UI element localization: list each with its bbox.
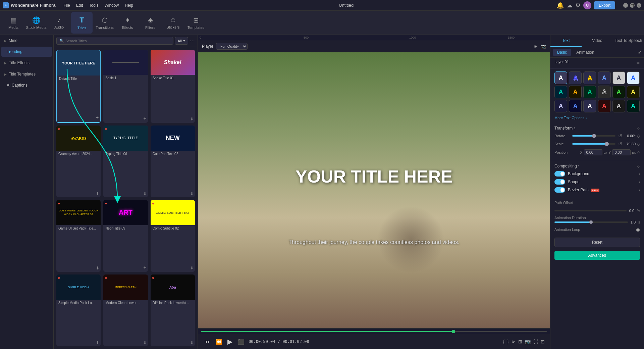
expand-panel-icon[interactable]: ⤢ bbox=[638, 50, 641, 55]
scale-slider-track[interactable] bbox=[572, 143, 615, 145]
title-card-typing[interactable]: TYPING TITLE Typing Title 06 ♥ ⬇ bbox=[103, 126, 148, 197]
notification-icon[interactable]: 🔔 bbox=[556, 2, 564, 9]
more-text-options[interactable]: More Text Options › bbox=[554, 114, 640, 122]
subtab-basic[interactable]: Basic bbox=[553, 49, 571, 56]
close-button[interactable]: × bbox=[637, 3, 641, 8]
font-style-yellow2[interactable]: A bbox=[627, 86, 640, 98]
font-style-gradient[interactable]: A bbox=[598, 71, 611, 84]
skip-back-button[interactable]: ⏮ bbox=[203, 337, 211, 346]
background-expand-icon[interactable]: › bbox=[639, 172, 640, 176]
minimize-button[interactable]: — bbox=[623, 3, 628, 8]
transform-label[interactable]: Transform › bbox=[554, 126, 575, 131]
export-button[interactable]: Export bbox=[594, 1, 615, 9]
snapshot-icon[interactable]: 📷 bbox=[540, 44, 546, 49]
title-card-default[interactable]: YOUR TITLE HERE Default Title + bbox=[56, 50, 101, 123]
subtab-animation[interactable]: Animation bbox=[572, 49, 598, 56]
font-style-blue2[interactable]: A bbox=[627, 71, 640, 84]
edit-layer-icon[interactable]: ✏ bbox=[637, 61, 640, 65]
layout-icon[interactable]: ⊞ bbox=[534, 44, 538, 49]
anim-loop-toggle[interactable]: ◉ bbox=[636, 227, 640, 232]
font-style-gold[interactable]: A bbox=[569, 86, 582, 98]
tool-effects[interactable]: ✦ Effects bbox=[117, 12, 138, 34]
rotate-reset-button[interactable]: ↺ bbox=[618, 133, 622, 139]
tool-titles[interactable]: T Titles bbox=[71, 12, 93, 34]
cloud-icon[interactable]: ☁ bbox=[567, 2, 573, 9]
menu-tools[interactable]: Tools bbox=[86, 2, 101, 9]
title-card-game[interactable]: DOES MIDAS' GOLDEN TOUCH WORK IN CHAPTER… bbox=[56, 200, 101, 272]
mark-in-button[interactable]: { bbox=[503, 339, 505, 344]
title-card-shake[interactable]: Shake! Shake Title 01 ⬇ bbox=[151, 50, 195, 123]
shape-toggle[interactable] bbox=[554, 179, 565, 185]
pos-y-input[interactable] bbox=[612, 149, 631, 155]
step-back-button[interactable]: ⏪ bbox=[214, 337, 223, 346]
sidebar-item-trending[interactable]: Trending bbox=[1, 47, 52, 57]
font-style-teal3[interactable]: A bbox=[627, 100, 640, 112]
tab-video[interactable]: Video bbox=[582, 35, 613, 47]
avatar[interactable]: U bbox=[583, 1, 591, 9]
font-style-dark[interactable]: A bbox=[612, 71, 625, 84]
font-style-green[interactable]: A bbox=[612, 86, 625, 98]
title-card-cute[interactable]: NEW Cute Pop Text 02 ⬇ bbox=[151, 126, 195, 197]
title-card-neon[interactable]: ART Neon Title 09 ♥ + bbox=[103, 200, 148, 272]
sidebar-item-title-effects[interactable]: ▶ Title Effects bbox=[0, 58, 53, 67]
background-toggle[interactable] bbox=[554, 171, 565, 177]
pos-x-input[interactable] bbox=[584, 149, 602, 155]
path-offset-slider[interactable] bbox=[554, 210, 627, 211]
font-style-white2[interactable]: A bbox=[583, 100, 596, 112]
font-style-teal2[interactable]: A bbox=[583, 86, 596, 98]
tool-filters[interactable]: ◈ Filters bbox=[140, 12, 161, 34]
font-style-plain[interactable]: A bbox=[554, 71, 567, 84]
anim-duration-slider[interactable] bbox=[554, 221, 628, 223]
advanced-button[interactable]: Advanced bbox=[554, 251, 640, 260]
position-keyframe-icon[interactable]: ◇ bbox=[637, 150, 640, 155]
split-button[interactable]: ⊞ bbox=[518, 339, 522, 344]
tab-text[interactable]: Text bbox=[550, 35, 582, 47]
filter-dropdown[interactable]: All ▾ bbox=[175, 37, 188, 45]
font-style-blue-3d[interactable]: A bbox=[569, 71, 582, 84]
title-card-grammy[interactable]: AWARDS Grammy Award 2024 ... ♥ ⬇ bbox=[56, 126, 101, 197]
font-style-blue3[interactable]: A bbox=[569, 100, 582, 112]
rotate-keyframe-icon[interactable]: ◇ bbox=[637, 134, 640, 138]
tool-stock-media[interactable]: 🌐 Stock Media bbox=[25, 12, 47, 34]
scrubber-thumb[interactable] bbox=[452, 330, 455, 333]
scale-keyframe-icon[interactable]: ◇ bbox=[637, 142, 640, 146]
title-card-comic[interactable]: COMIC SUBTITLE TEXT Comic Subtitle 02 ♥ … bbox=[151, 200, 195, 272]
compositing-label-text[interactable]: Compositing › bbox=[554, 164, 580, 168]
menu-window[interactable]: Window bbox=[102, 2, 121, 9]
extract-button[interactable]: ⊳ bbox=[512, 339, 516, 344]
title-card-modern[interactable]: MODERN CLEAN Modern Clean Lower ... ♥ ⬇ bbox=[103, 275, 148, 346]
font-style-teal[interactable]: A bbox=[554, 86, 567, 98]
fullscreen-button[interactable]: ⛶ bbox=[533, 339, 538, 344]
font-style-shadow[interactable]: A bbox=[612, 100, 625, 112]
shape-expand-icon[interactable]: › bbox=[639, 180, 640, 184]
search-input[interactable] bbox=[65, 39, 170, 43]
more-options-button[interactable]: ⋯ bbox=[190, 38, 195, 44]
title-card-basic1[interactable]: Basic 1 + bbox=[103, 50, 148, 123]
stop-button[interactable]: ⬛ bbox=[236, 337, 246, 346]
menu-help[interactable]: Help bbox=[122, 2, 136, 9]
title-card-diy[interactable]: Aba DIY Ink Pack Lowerthir... ♥ ⬇ bbox=[151, 275, 195, 346]
snapshot-ctrl-button[interactable]: 📷 bbox=[525, 339, 531, 344]
font-style-outline[interactable]: A bbox=[598, 86, 611, 98]
font-style-red[interactable]: A bbox=[598, 100, 611, 112]
scrubber-bar[interactable] bbox=[198, 328, 550, 334]
rotate-slider-track[interactable] bbox=[572, 135, 615, 137]
menu-edit[interactable]: Edit bbox=[73, 2, 86, 9]
sidebar-item-title-templates[interactable]: ▶ Title Templates bbox=[0, 70, 53, 79]
font-style-yellow-3d[interactable]: A bbox=[583, 71, 596, 84]
bezier-expand-icon[interactable]: › bbox=[639, 188, 640, 192]
menu-file[interactable]: File bbox=[61, 2, 72, 9]
settings-icon[interactable]: ⚙ bbox=[575, 2, 581, 9]
compositing-keyframe-icon[interactable]: ◇ bbox=[637, 164, 640, 168]
bezier-path-toggle[interactable] bbox=[554, 187, 565, 193]
tool-audio[interactable]: ♪ Audio bbox=[48, 12, 70, 34]
sidebar-item-ai-captions[interactable]: AI Captions bbox=[1, 80, 52, 90]
pip-button[interactable]: ⊡ bbox=[541, 339, 545, 344]
tool-media[interactable]: ▤ Media bbox=[3, 12, 24, 34]
transform-keyframe-icon[interactable]: ◇ bbox=[637, 126, 640, 131]
mark-out-button[interactable]: } bbox=[507, 339, 509, 344]
font-style-outline2[interactable]: A bbox=[554, 100, 567, 112]
tool-templates[interactable]: ⊞ Templates bbox=[185, 12, 207, 34]
maximize-button[interactable]: □ bbox=[630, 3, 635, 8]
tab-text-to-speech[interactable]: Text To Speech bbox=[613, 35, 644, 47]
